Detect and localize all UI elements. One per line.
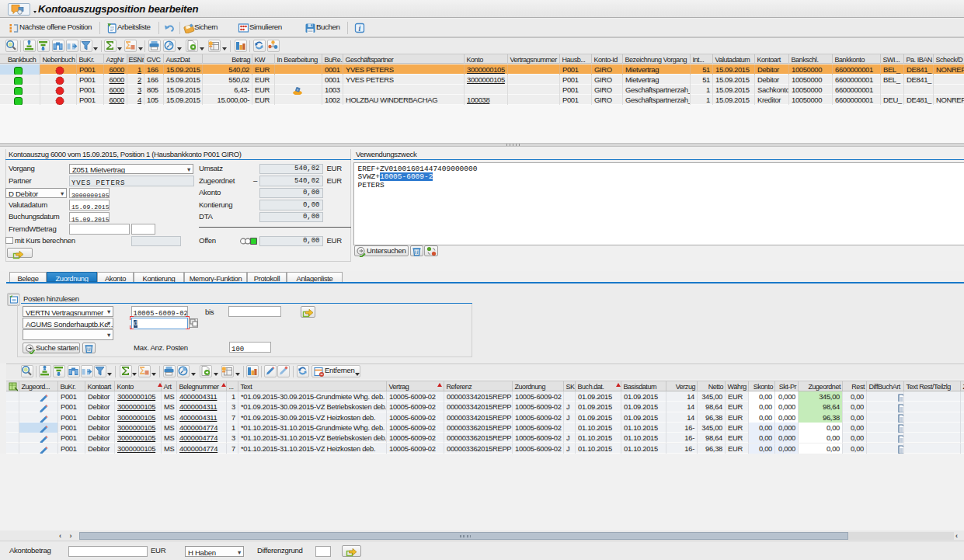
svg-text:i: i (359, 24, 361, 33)
